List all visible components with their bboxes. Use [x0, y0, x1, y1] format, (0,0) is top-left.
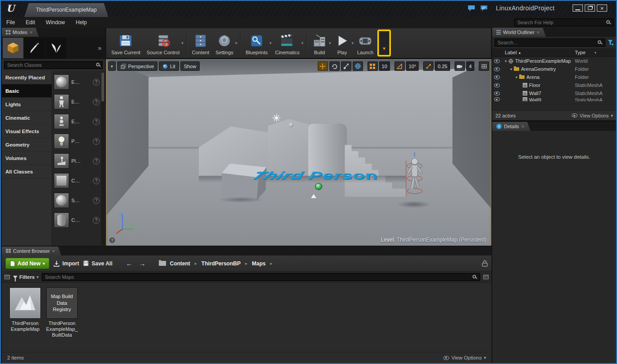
- help-search-input[interactable]: [514, 18, 614, 26]
- third-person-character[interactable]: [401, 152, 429, 203]
- visibility-eye-icon[interactable]: [492, 75, 501, 79]
- perspective-button[interactable]: Perspective: [117, 61, 158, 71]
- content-button[interactable]: Content: [189, 29, 213, 57]
- reflection-sphere-sprite[interactable]: [289, 123, 293, 127]
- help-icon[interactable]: [93, 79, 100, 86]
- save-all-button[interactable]: Save All: [83, 260, 112, 267]
- maximize-viewport-button[interactable]: [479, 61, 489, 71]
- rotation-snap-value[interactable]: 10°: [406, 61, 419, 71]
- visibility-eye-icon[interactable]: [492, 67, 501, 71]
- close-icon[interactable]: [30, 30, 32, 35]
- level-viewport[interactable]: Third Person Z Y Level: Third: [106, 59, 491, 246]
- placeable-cube[interactable]: C…: [54, 171, 100, 191]
- paint-mode-button[interactable]: [24, 38, 45, 58]
- category-geometry[interactable]: Geometry: [2, 138, 52, 152]
- help-icon[interactable]: [93, 158, 100, 165]
- asset-thirdpersonexamplemap[interactable]: ThirdPerson ExampleMap: [8, 287, 42, 332]
- filters-button[interactable]: Filters: [13, 274, 39, 280]
- camera-speed-button[interactable]: [455, 61, 465, 71]
- forward-button[interactable]: [137, 260, 147, 267]
- visibility-eye-icon[interactable]: [492, 83, 501, 87]
- help-icon[interactable]: [93, 99, 100, 105]
- blueprints-button[interactable]: Blueprints: [243, 29, 271, 57]
- outliner-search-input[interactable]: [494, 39, 605, 47]
- world-local-toggle-button[interactable]: [353, 61, 363, 71]
- sources-view-toggle-icon[interactable]: [4, 275, 10, 279]
- category-cinematic[interactable]: Cinematic: [2, 111, 52, 125]
- category-recently-placed[interactable]: Recently Placed: [2, 71, 52, 84]
- place-mode-button[interactable]: [3, 38, 23, 58]
- tab-details[interactable]: Details: [492, 122, 530, 131]
- placeable-point-light[interactable]: P…: [54, 131, 100, 151]
- placeable-cylinder[interactable]: C…: [54, 210, 100, 230]
- title-bar[interactable]: U ThirdPersonExampleMap LinuxAndroidProj…: [1, 1, 616, 17]
- settings-button[interactable]: Settings: [212, 29, 236, 57]
- close-icon[interactable]: [521, 124, 524, 129]
- landscape-mode-button[interactable]: [46, 38, 66, 58]
- level-tab[interactable]: ThirdPersonExampleMap: [24, 3, 108, 17]
- settings-dropdown-icon[interactable]: [235, 41, 238, 45]
- category-lights[interactable]: Lights: [2, 98, 52, 111]
- cinematics-dropdown-icon[interactable]: [301, 41, 304, 45]
- scale-tool-button[interactable]: [341, 61, 351, 71]
- grid-snap-value[interactable]: 10: [379, 61, 390, 71]
- import-button[interactable]: Import: [53, 260, 79, 267]
- rotate-tool-button[interactable]: [329, 61, 340, 71]
- show-menu-button[interactable]: Show: [180, 61, 200, 71]
- add-new-button[interactable]: Add New: [5, 258, 49, 269]
- sort-ascending-icon[interactable]: [519, 51, 521, 55]
- menu-edit[interactable]: Edit: [20, 17, 40, 28]
- camera-speed-value[interactable]: 4: [466, 61, 474, 71]
- mode-overflow-button[interactable]: [67, 44, 104, 52]
- save-search-icon[interactable]: [483, 275, 489, 279]
- outliner-view-options-button[interactable]: View Options: [572, 113, 613, 118]
- visibility-eye-icon[interactable]: [492, 91, 501, 95]
- help-icon[interactable]: [93, 178, 100, 184]
- launch-button[interactable]: Launch: [354, 29, 376, 57]
- menu-window[interactable]: Window: [40, 17, 70, 28]
- menu-help[interactable]: Help: [70, 17, 92, 28]
- expand-caret-icon[interactable]: [516, 75, 517, 79]
- close-button[interactable]: [597, 4, 607, 12]
- custom-filter-icon[interactable]: [608, 39, 614, 46]
- classes-search-input[interactable]: [4, 61, 103, 69]
- build-button[interactable]: Build: [309, 29, 330, 57]
- help-icon[interactable]: [93, 118, 100, 125]
- placeable-empty-pawn[interactable]: E…: [54, 112, 100, 131]
- light-sprite-icon[interactable]: [272, 113, 281, 122]
- save-current-button[interactable]: Save Current: [108, 29, 144, 57]
- lit-mode-button[interactable]: Lit: [159, 61, 179, 71]
- category-visual-effects[interactable]: Visual Effects: [2, 125, 52, 138]
- grid-snap-toggle-button[interactable]: [368, 61, 378, 71]
- menu-file[interactable]: File: [1, 17, 20, 28]
- placeable-sphere[interactable]: S…: [54, 191, 100, 210]
- lock-icon[interactable]: [482, 260, 488, 267]
- visibility-eye-icon[interactable]: [492, 97, 501, 101]
- column-type[interactable]: Type: [575, 50, 586, 55]
- content-view-options-button[interactable]: View Options: [443, 355, 486, 360]
- category-basic[interactable]: Basic: [2, 84, 52, 98]
- restore-button[interactable]: [585, 4, 595, 12]
- help-icon[interactable]: [93, 197, 100, 204]
- placeable-empty-character[interactable]: E…: [54, 92, 100, 112]
- category-all-classes[interactable]: All Classes: [2, 165, 52, 178]
- tab-world-outliner[interactable]: World Outliner: [492, 28, 546, 37]
- data-asset-thumbnail[interactable]: Map Build Data Registry: [46, 287, 78, 319]
- expand-caret-icon[interactable]: [505, 59, 507, 63]
- breadcrumb-thirdpersonbp[interactable]: ThirdPersonBP: [201, 260, 241, 267]
- outliner-row-actor[interactable]: Floor StaticMeshA: [492, 81, 616, 89]
- category-volumes[interactable]: Volumes: [2, 152, 52, 165]
- modes-scrollbar[interactable]: [101, 72, 105, 245]
- map-asset-thumbnail[interactable]: [9, 287, 41, 319]
- cinematics-button[interactable]: Cinematics: [272, 29, 302, 57]
- asset-builtdata[interactable]: Map Build Data Registry ThirdPerson Exam…: [45, 287, 79, 338]
- back-button[interactable]: [124, 260, 134, 267]
- outliner-row-folder[interactable]: ArenaGeometry Folder: [492, 65, 616, 73]
- play-button[interactable]: Play: [331, 29, 353, 57]
- help-icon[interactable]: [93, 138, 100, 145]
- scale-snap-value[interactable]: 0.25: [435, 61, 450, 71]
- feedback-bubble-icon[interactable]: [468, 5, 476, 12]
- rotation-snap-toggle-button[interactable]: [394, 61, 405, 71]
- help-icon[interactable]: [93, 217, 100, 224]
- close-icon[interactable]: [52, 249, 55, 254]
